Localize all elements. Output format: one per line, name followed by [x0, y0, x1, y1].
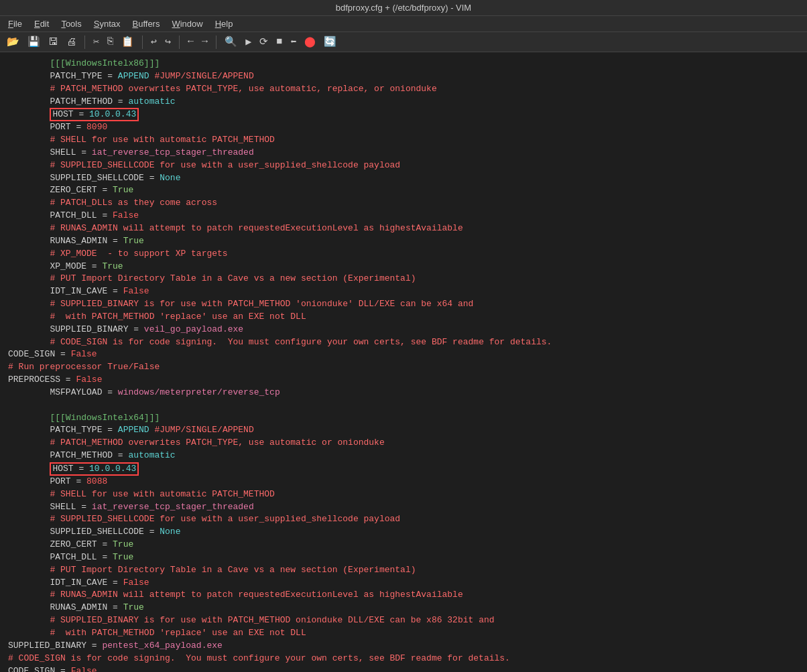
editor-line: # PATCH_METHOD overwrites PATCH_TYPE, us… — [8, 83, 799, 96]
tb-undo[interactable]: ↩ — [148, 34, 160, 50]
editor-line: PORT = 8090 — [8, 121, 799, 134]
tb-cycle[interactable]: 🔄 — [321, 34, 339, 50]
editor-line: # PUT Import Directory Table in a Cave v… — [8, 564, 799, 577]
tb-reload[interactable]: ⟳ — [257, 34, 271, 50]
editor-line — [8, 399, 799, 412]
editor-line: PATCH_TYPE = APPEND #JUMP/SINGLE/APPEND — [8, 70, 799, 83]
editor-line: ZERO_CERT = True — [8, 539, 799, 551]
tb-copy[interactable]: ⎘ — [105, 35, 116, 49]
separator-1 — [84, 36, 85, 49]
editor-line: HOST = 10.0.0.43 — [8, 462, 799, 476]
editor-line: # PATCH_METHOD overwrites PATCH_TYPE, us… — [8, 437, 799, 450]
editor-line: SUPPLIED_SHELLCODE = None — [8, 526, 799, 539]
editor-line: ZERO_CERT = True — [8, 184, 799, 197]
editor-line: PATCH_METHOD = automatic — [8, 450, 799, 462]
menu-window[interactable]: Window — [166, 17, 208, 30]
editor-line: # Run preprocessor True/False — [8, 361, 799, 374]
tb-stop[interactable]: ■ — [273, 35, 285, 49]
menu-buffers[interactable]: Buffers — [127, 17, 165, 30]
editor-line: # CODE_SIGN is for code signing. You mus… — [8, 336, 799, 349]
tb-run[interactable]: ▶ — [243, 34, 254, 50]
editor-line: # SHELL for use with automatic PATCH_MET… — [8, 134, 799, 147]
tb-find[interactable]: 🔍 — [222, 34, 240, 50]
menu-tools[interactable]: Tools — [56, 17, 86, 30]
editor-line: SHELL = iat_reverse_tcp_stager_threaded — [8, 147, 799, 159]
editor-line: # RUNAS_ADMIN will attempt to patch requ… — [8, 589, 799, 602]
editor-line: PORT = 8088 — [8, 476, 799, 488]
menu-syntax[interactable]: Syntax — [88, 17, 126, 30]
editor-line: [[[WindowsIntelx86]]] — [8, 58, 799, 70]
tb-cut[interactable]: ✂ — [90, 34, 102, 50]
editor-line: SUPPLIED_BINARY = pentest_x64_payload.ex… — [8, 640, 799, 653]
editor[interactable]: [[[WindowsIntelx86]]] PATCH_TYPE = APPEN… — [0, 52, 807, 672]
menu-help[interactable]: Help — [210, 17, 239, 30]
editor-line: RUNAS_ADMIN = True — [8, 602, 799, 614]
toolbar: 📂 💾 🖫 🖨 ✂ ⎘ 📋 ↩ ↪ ← → 🔍 ▶ ⟳ ■ ⬅ ⬤ 🔄 — [0, 32, 807, 52]
editor-line: HOST = 10.0.0.43 — [8, 108, 799, 121]
separator-3 — [179, 36, 180, 49]
menu-bar: File Edit Tools Syntax Buffers Window He… — [0, 16, 807, 32]
tb-back2[interactable]: ⬅ — [288, 34, 299, 50]
editor-line: # PATCH_DLLs as they come across — [8, 197, 799, 210]
editor-line: PATCH_DLL = True — [8, 551, 799, 564]
editor-line: # with PATCH_METHOD 'replace' use an EXE… — [8, 311, 799, 324]
host-highlight: HOST = 10.0.0.43 — [50, 462, 139, 476]
editor-line: # CODE_SIGN is for code signing. You mus… — [8, 653, 799, 665]
editor-line: # SUPPLIED_BINARY is for use with PATCH_… — [8, 614, 799, 627]
editor-line: SUPPLIED_BINARY = veil_go_payload.exe — [8, 324, 799, 336]
tb-print[interactable]: 🖨 — [64, 35, 79, 50]
title-bar: bdfproxy.cfg + (/etc/bdfproxy) - VIM — [0, 0, 807, 16]
editor-line: # RUNAS_ADMIN will attempt to patch requ… — [8, 222, 799, 235]
editor-line: PATCH_TYPE = APPEND #JUMP/SINGLE/APPEND — [8, 424, 799, 437]
tb-open[interactable]: 📂 — [4, 34, 22, 50]
editor-line: PREPROCESS = False — [8, 374, 799, 387]
separator-4 — [216, 36, 216, 49]
editor-line: CODE_SIGN = False — [8, 665, 799, 673]
host-highlight: HOST = 10.0.0.43 — [50, 108, 139, 121]
menu-edit[interactable]: Edit — [29, 17, 54, 30]
tb-forward[interactable]: → — [199, 35, 210, 49]
separator-2 — [142, 36, 143, 49]
editor-line: IDT_IN_CAVE = False — [8, 285, 799, 298]
editor-line: SUPPLIED_SHELLCODE = None — [8, 172, 799, 185]
editor-line: CODE_SIGN = False — [8, 348, 799, 361]
editor-line: RUNAS_ADMIN = True — [8, 235, 799, 248]
editor-line: # SUPPLIED_SHELLCODE for use with a user… — [8, 513, 799, 526]
editor-line: PATCH_METHOD = automatic — [8, 96, 799, 109]
title-text: bdfproxy.cfg + (/etc/bdfproxy) - VIM — [336, 3, 471, 13]
editor-line: [[[WindowsIntelx64]]] — [8, 412, 799, 425]
editor-line: # SHELL for use with automatic PATCH_MET… — [8, 488, 799, 501]
editor-line: # SUPPLIED_SHELLCODE for use with a user… — [8, 159, 799, 172]
tb-red[interactable]: ⬤ — [302, 34, 318, 50]
editor-line: SHELL = iat_reverse_tcp_stager_threaded — [8, 501, 799, 514]
editor-line: # XP_MODE - to support XP targets — [8, 248, 799, 261]
editor-line: IDT_IN_CAVE = False — [8, 577, 799, 590]
menu-file[interactable]: File — [3, 17, 27, 30]
tb-save-as[interactable]: 💾 — [25, 34, 43, 50]
editor-line: XP_MODE = True — [8, 261, 799, 273]
editor-line: # with PATCH_METHOD 'replace' use an EXE… — [8, 627, 799, 640]
tb-paste[interactable]: 📋 — [119, 34, 137, 50]
editor-line: PATCH_DLL = False — [8, 210, 799, 222]
editor-line: MSFPAYLOAD = windows/meterpreter/reverse… — [8, 387, 799, 399]
editor-line: # PUT Import Directory Table in a Cave v… — [8, 273, 799, 285]
tb-back[interactable]: ← — [185, 35, 196, 49]
tb-save[interactable]: 🖫 — [46, 35, 61, 50]
tb-redo[interactable]: ↪ — [162, 34, 174, 50]
editor-line: # SUPPLIED_BINARY is for use with PATCH_… — [8, 298, 799, 311]
